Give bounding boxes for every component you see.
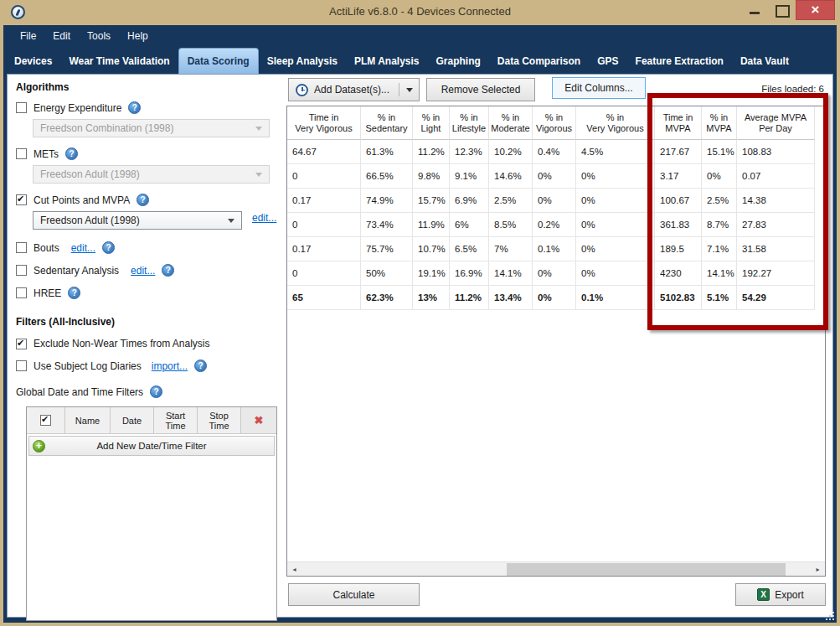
tab-sleep-analysis[interactable]: Sleep Analysis [259, 48, 346, 74]
menu-tools[interactable]: Tools [79, 25, 119, 48]
tab-data-comparison[interactable]: Data Comparison [489, 48, 589, 74]
grid-cell: 0.4% [533, 140, 576, 164]
export-button[interactable]: Export [735, 583, 826, 606]
help-icon[interactable] [150, 385, 162, 398]
column-header-very-vigorous[interactable]: Time inVery Vigorous [287, 106, 361, 140]
help-icon[interactable] [137, 194, 149, 206]
mets-dropdown[interactable]: Freedson Adult (1998) [33, 165, 270, 184]
help-icon[interactable] [194, 360, 207, 372]
cut-points-dropdown[interactable]: Freedson Adult (1998) [33, 211, 242, 230]
grid-cell: 12.3% [450, 140, 489, 164]
column-header-mvpa[interactable]: % inMVPA [702, 106, 737, 140]
grid-data-row[interactable]: 073.4%11.9%6%8.5%0.2%0%361.838.7%27.83 [287, 213, 825, 237]
dropdown-caret-icon[interactable] [399, 83, 419, 96]
filter-table-header: NameDateStart TimeStop Time [27, 407, 276, 434]
tab-plm-analysis[interactable]: PLM Analysis [346, 48, 428, 74]
maximize-button[interactable] [770, 0, 793, 20]
column-header-moderate[interactable]: % inModerate [489, 106, 533, 140]
column-header-per-day[interactable]: Average MVPAPer Day [737, 106, 815, 140]
grid-body: 64.6761.3%11.2%12.3%10.2%0.4%4.5%217.671… [287, 140, 825, 310]
menu-edit[interactable]: Edit [44, 25, 79, 48]
grid-cell: 9.8% [413, 164, 450, 189]
grid-data-row[interactable]: 050%19.1%16.9%14.1%0%0%423014.1%192.27 [287, 261, 825, 286]
grid-cell: 14.1% [702, 261, 737, 286]
help-icon[interactable] [162, 264, 174, 277]
tab-feature-extraction[interactable]: Feature Extraction [627, 48, 732, 74]
grid-cell: 10.2% [489, 140, 533, 164]
filter-select-all-cell [27, 407, 65, 434]
calculate-button[interactable]: Calculate [288, 583, 420, 606]
scroll-right-arrow[interactable] [811, 562, 825, 576]
cut-points-checkbox[interactable] [16, 194, 27, 205]
log-diaries-label: Use Subject Log Diaries [33, 360, 142, 372]
cut-points-edit-link[interactable]: edit... [252, 212, 276, 224]
bouts-edit-link[interactable]: edit... [71, 242, 95, 254]
grid-cell: 62.3% [361, 286, 413, 310]
tab-gps[interactable]: GPS [589, 48, 626, 74]
help-icon[interactable] [68, 287, 80, 299]
bouts-checkbox[interactable] [16, 242, 27, 253]
tab-devices[interactable]: Devices [6, 48, 60, 74]
grid-cell: 10.7% [413, 237, 450, 261]
grid-cell: 7% [489, 237, 533, 261]
help-icon[interactable] [65, 147, 78, 160]
column-header-very-vigorous[interactable]: % inVery Vigorous [576, 106, 655, 140]
grid-data-row[interactable]: 64.6761.3%11.2%12.3%10.2%0.4%4.5%217.671… [287, 140, 825, 164]
grid-cell: 0% [533, 261, 576, 286]
grid-totals-row[interactable]: 6562.3%13%11.2%13.4%0%0.1%5102.835.1%54.… [287, 286, 825, 310]
column-header-mvpa[interactable]: Time inMVPA [655, 106, 702, 140]
exclude-non-wear-checkbox[interactable] [16, 339, 27, 349]
delete-filter-icon[interactable] [241, 407, 276, 434]
mets-dropdown-value: Freedson Adult (1998) [40, 168, 140, 180]
grid-data-row[interactable]: 066.5%9.8%9.1%14.6%0%0%3.170%0.07 [287, 164, 825, 189]
grid-cell: 0% [533, 164, 576, 189]
app-window: ActiLife v6.8.0 - 4 Devices Connected Fi… [0, 0, 840, 626]
grid-data-row[interactable]: 0.1775.7%10.7%6.5%7%0.1%0%189.57.1%31.58 [287, 237, 825, 261]
minimize-button[interactable] [743, 0, 766, 20]
files-loaded-status: Files loaded: 6 [761, 84, 824, 94]
close-button[interactable] [796, 0, 835, 20]
grid-data-row[interactable]: 0.1774.9%15.7%6.9%2.5%0%0%100.672.5%14.3… [287, 189, 825, 213]
edit-columns-button[interactable]: Edit Columns... [552, 77, 646, 99]
column-header-lifestyle[interactable]: % inLifestyle [450, 106, 489, 140]
add-date-time-filter-button[interactable]: Add New Date/Time Filter [28, 436, 275, 456]
grid-cell: 50% [361, 261, 413, 286]
resize-grip[interactable] [824, 610, 834, 620]
menu-help[interactable]: Help [119, 25, 157, 48]
grid-header-row: Time inVery Vigorous% inSedentary% inLig… [287, 106, 825, 140]
grid-cell: 100.67 [655, 189, 702, 213]
energy-expenditure-checkbox[interactable] [16, 102, 27, 113]
sedentary-checkbox[interactable] [16, 265, 27, 276]
tab-bar: DevicesWear Time ValidationData ScoringS… [3, 48, 837, 74]
column-header-light[interactable]: % inLight [413, 106, 450, 140]
filter-select-all-checkbox[interactable] [40, 415, 51, 426]
menu-file[interactable]: File [12, 25, 44, 48]
date-time-filter-table: NameDateStart TimeStop Time Add New Date… [26, 406, 277, 621]
hree-checkbox[interactable] [16, 287, 27, 298]
column-header-sedentary[interactable]: % inSedentary [361, 106, 413, 140]
add-dataset-button[interactable]: Add Dataset(s)... [288, 78, 420, 101]
help-icon[interactable] [128, 101, 141, 114]
energy-expenditure-dropdown[interactable]: Freedson Combination (1998) [33, 119, 270, 137]
log-diaries-checkbox[interactable] [16, 360, 27, 371]
grid-cell: 0% [576, 261, 655, 286]
bouts-row: Bouts edit... [16, 241, 286, 254]
mets-checkbox[interactable] [16, 148, 27, 159]
import-link[interactable]: import... [152, 360, 188, 372]
tab-data-scoring[interactable]: Data Scoring [178, 48, 259, 74]
cut-points-label: Cut Points and MVPA [33, 194, 130, 206]
grid-cell: 0% [576, 237, 655, 261]
tab-wear-time-validation[interactable]: Wear Time Validation [60, 48, 178, 74]
tab-data-vault[interactable]: Data Vault [732, 48, 797, 74]
horizontal-scrollbar[interactable] [287, 561, 825, 576]
scroll-left-arrow[interactable] [287, 562, 301, 576]
column-header-vigorous[interactable]: % inVigorous [533, 106, 576, 140]
scrollbar-thumb[interactable] [507, 563, 786, 576]
grid-cell: 2.5% [489, 189, 533, 213]
sidebar: Algorithms Energy Expenditure Freedson C… [8, 75, 286, 617]
filter-column-header: Stop Time [198, 407, 241, 434]
help-icon[interactable] [102, 241, 115, 254]
remove-selected-button[interactable]: Remove Selected [426, 78, 535, 101]
tab-graphing[interactable]: Graphing [428, 48, 489, 74]
sedentary-edit-link[interactable]: edit... [131, 265, 155, 277]
